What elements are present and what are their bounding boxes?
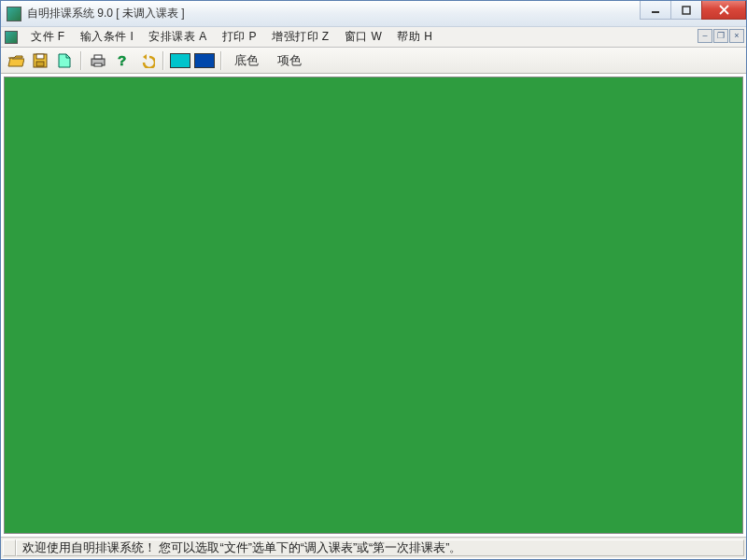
save-icon xyxy=(33,53,48,68)
svg-rect-8 xyxy=(94,55,102,59)
menu-help[interactable]: 帮助 H xyxy=(389,27,440,47)
menu-arrange-schedule[interactable]: 安排课表 A xyxy=(141,27,214,47)
item-color-label: 项色 xyxy=(277,52,302,69)
svg-rect-9 xyxy=(94,63,102,66)
mdi-close-button[interactable]: × xyxy=(729,29,744,43)
mdi-minimize-button[interactable]: – xyxy=(698,29,712,43)
svg-text:?: ? xyxy=(118,53,126,68)
open-icon xyxy=(7,53,24,68)
toolbar-separator xyxy=(220,51,222,70)
toolbar-separator xyxy=(80,51,82,70)
window-title: 自明排课系统 9.0 [ 未调入课表 ] xyxy=(27,6,185,21)
print-icon xyxy=(90,53,106,68)
bg-color-swatch-button[interactable] xyxy=(169,50,191,71)
menu-bar: 文件 F 输入条件 I 安排课表 A 打印 P 增强打印 Z 窗口 W 帮助 H… xyxy=(1,27,746,48)
svg-rect-6 xyxy=(36,62,44,66)
menu-file[interactable]: 文件 F xyxy=(23,27,73,47)
minimize-button[interactable] xyxy=(640,1,671,20)
menu-enhanced-print[interactable]: 增强打印 Z xyxy=(264,27,337,47)
undo-button[interactable] xyxy=(135,50,158,71)
swatch-cyan-icon xyxy=(170,53,190,68)
svg-rect-1 xyxy=(683,7,690,14)
mdi-restore-button[interactable]: ❐ xyxy=(713,29,728,43)
schedule-canvas[interactable] xyxy=(4,77,743,534)
close-button[interactable] xyxy=(701,1,746,20)
save-button[interactable] xyxy=(29,50,51,71)
menu-window[interactable]: 窗口 W xyxy=(337,27,390,47)
undo-icon xyxy=(138,53,155,68)
help-button[interactable]: ? xyxy=(111,50,134,71)
bg-color-label: 底色 xyxy=(234,52,259,69)
menu-print[interactable]: 打印 P xyxy=(215,27,264,47)
swatch-blue-icon xyxy=(194,53,215,68)
status-message: 欢迎使用自明排课系统！ 您可以选取“文件”选单下的“调入课表”或“第一次排课表”… xyxy=(16,539,744,556)
toolbar: ? 底色 项色 xyxy=(1,48,746,74)
content-frame xyxy=(1,74,746,538)
mdi-document-icon xyxy=(5,31,18,44)
svg-rect-5 xyxy=(36,54,44,59)
menu-input-conditions[interactable]: 输入条件 I xyxy=(73,27,142,47)
item-color-swatch-button[interactable] xyxy=(193,50,216,71)
open-button[interactable] xyxy=(5,50,27,71)
maximize-button[interactable] xyxy=(670,1,702,20)
app-icon xyxy=(7,7,21,21)
status-cell-left xyxy=(3,539,16,556)
toolbar-separator xyxy=(162,51,164,70)
window-titlebar: 自明排课系统 9.0 [ 未调入课表 ] xyxy=(1,1,746,27)
new-icon xyxy=(58,53,71,68)
window-controls xyxy=(641,1,746,20)
status-bar: 欢迎使用自明排课系统！ 您可以选取“文件”选单下的“调入课表”或“第一次排课表”… xyxy=(1,538,746,558)
mdi-controls: – ❐ × xyxy=(698,29,744,43)
help-icon: ? xyxy=(115,53,130,68)
new-button[interactable] xyxy=(53,50,76,71)
print-button[interactable] xyxy=(87,50,109,71)
